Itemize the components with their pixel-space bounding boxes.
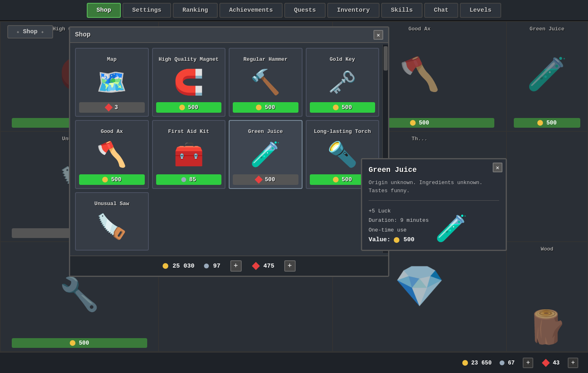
tooltip-description: Origin unknown. Ingredients unknown. Tas… (369, 179, 499, 195)
tooltip-stats: +5 Luck Duration: 9 minutes One-time use (369, 206, 429, 235)
shop-item-map[interactable]: Map 🗺️ 3 (75, 48, 149, 117)
map-price: 3 (79, 102, 145, 113)
coin-icon (333, 105, 339, 110)
top-navigation: Shop Settings Ranking Achievements Quest… (0, 0, 588, 21)
shop-scroll-thumb[interactable] (384, 46, 388, 71)
shop-item-hammer[interactable]: Regular Hammer 🔨 500 (229, 48, 303, 117)
gem-icon (252, 262, 260, 270)
gem-icon (105, 103, 113, 111)
tab-levels[interactable]: Levels (460, 3, 501, 18)
stat-use: One-time use (369, 225, 429, 235)
coin-icon (462, 360, 468, 366)
bottom-coins: 23 650 (462, 360, 491, 366)
footer-coins: 25 030 (163, 263, 194, 270)
coin-icon (333, 177, 339, 182)
coin-icon (394, 237, 399, 243)
tab-skills[interactable]: Skills (381, 3, 423, 18)
bg-item-juice1: Green Juice 🧪 500 (506, 21, 588, 131)
silver-icon (500, 360, 504, 365)
shop-item-axe[interactable]: Good Ax 🪓 500 (75, 120, 149, 189)
tab-shop[interactable]: Shop (87, 3, 121, 18)
magnet-price: 500 (156, 102, 222, 113)
footer-silver: 97 (204, 263, 220, 270)
tooltip-value: Value: 500 (369, 236, 429, 243)
coin-icon (179, 105, 185, 110)
shop-item-saw[interactable]: Unusual Saw 🪚 (75, 192, 149, 251)
bg-item-empty1 (506, 131, 588, 241)
shop-item-greenjuice[interactable]: Green Juice 🧪 500 (229, 120, 303, 189)
tab-chat[interactable]: Chat (424, 3, 458, 18)
silver-icon (204, 264, 209, 268)
bottom-add-coins[interactable]: + (523, 358, 533, 368)
bottom-add-gems[interactable]: + (568, 358, 578, 368)
tooltip-item-icon: 🧪 (435, 217, 468, 243)
tab-ranking[interactable]: Ranking (173, 3, 218, 18)
shop-footer: 25 030 97 + 475 + (70, 255, 388, 276)
gem-icon (255, 176, 263, 184)
shop-item-magnet[interactable]: High Quality Magnet 🧲 500 (152, 48, 226, 117)
outer-shop-label: ✦ Shop ✦ (7, 25, 53, 39)
bottom-bar: 23 650 67 + 43 + (0, 352, 588, 373)
tooltip-item-name: Green Juice (369, 166, 499, 174)
shop-item-firstaid[interactable]: First Aid Kit 🧰 85 (152, 120, 226, 189)
shop-window: Shop ✕ Map 🗺️ 3 High Quality Magnet 🧲 50… (69, 26, 389, 277)
tab-achievements[interactable]: Achievements (219, 3, 283, 18)
coin-icon (163, 263, 168, 269)
gem-icon (542, 359, 550, 367)
shop-items-grid: Map 🗺️ 3 High Quality Magnet 🧲 500 Regul… (70, 43, 388, 255)
add-gems-button[interactable]: + (284, 260, 296, 272)
bottom-silver: 67 (500, 360, 515, 366)
coin-icon (102, 177, 108, 182)
coin-icon (256, 105, 262, 110)
tooltip-close-button[interactable]: ✕ (493, 163, 502, 172)
shop-item-key[interactable]: Gold Key 🗝️ 500 (306, 48, 380, 117)
stat-duration: Duration: 9 minutes (369, 216, 429, 225)
tab-settings[interactable]: Settings (122, 3, 171, 18)
axe-price: 500 (79, 174, 145, 185)
tab-quests[interactable]: Quests (284, 3, 326, 18)
key-price: 500 (310, 102, 376, 113)
footer-gems: 475 (251, 263, 275, 270)
tooltip-body: +5 Luck Duration: 9 minutes One-time use… (369, 206, 499, 243)
tooltip-stats-block: +5 Luck Duration: 9 minutes One-time use… (369, 206, 429, 243)
item-tooltip: ✕ Green Juice Origin unknown. Ingredient… (361, 158, 507, 251)
tooltip-divider (369, 200, 499, 201)
juice-price: 500 (233, 174, 298, 185)
firstaid-price: 85 (156, 174, 222, 185)
shop-titlebar: Shop ✕ (70, 28, 388, 43)
shop-close-button[interactable]: ✕ (373, 30, 383, 40)
add-coins-button[interactable]: + (230, 260, 242, 272)
shop-window-title: Shop (75, 31, 90, 39)
silver-icon (181, 177, 186, 182)
bg-item-wood: Wood 🪵 (506, 242, 588, 352)
stat-luck: +5 Luck (369, 206, 429, 216)
hammer-price: 500 (233, 102, 298, 113)
bottom-gems: 43 (541, 360, 560, 366)
tab-inventory[interactable]: Inventory (327, 3, 380, 18)
